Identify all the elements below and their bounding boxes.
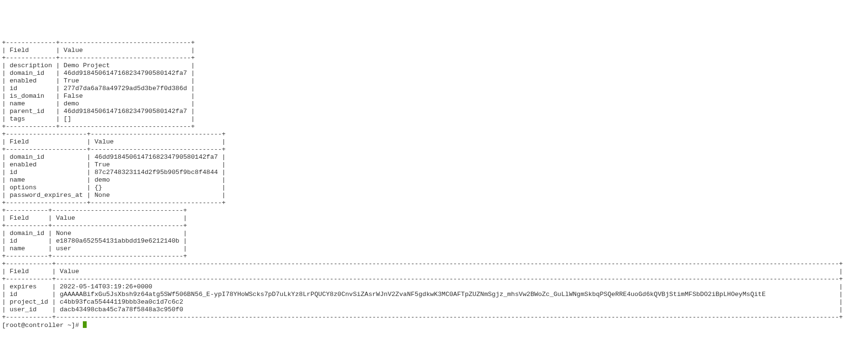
cursor-block [83,321,87,328]
terminal-output[interactable]: +-------------+-------------------------… [0,38,868,330]
